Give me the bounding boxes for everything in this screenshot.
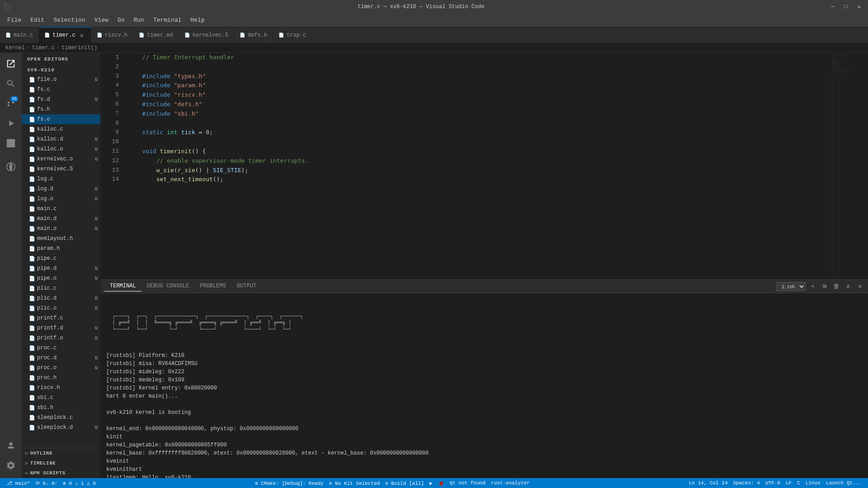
tree-item-kalloc.d[interactable]: 📄kalloc.dU [22,134,100,144]
status-spaces[interactable]: Spaces: 4 [731,478,763,488]
tree-item-log.o[interactable]: 📄log.oU [22,194,100,204]
menu-item-file[interactable]: File [4,15,25,25]
status-launch[interactable]: Launch Qt... [823,478,864,488]
status-no-kit[interactable]: ⊘ No Kit Selected [326,478,382,488]
tab-timer.c[interactable]: 📄timer.c✕ [39,27,91,43]
tree-item-sbi.h[interactable]: 📄sbi.h [22,403,100,413]
tree-item-pipe.c[interactable]: 📄pipe.c [22,253,100,263]
tab-defs.h[interactable]: 📄defs.h [234,27,273,43]
tree-item-plic.d[interactable]: 📄plic.dU [22,293,100,303]
tree-item-kalloc.o[interactable]: 📄kalloc.oU [22,144,100,154]
tree-item-pipe.o[interactable]: 📄pipe.oU [22,273,100,283]
open-editors-header[interactable]: OPEN EDITORS [22,53,100,64]
search-icon[interactable] [2,75,20,93]
tree-item-memlayout.h[interactable]: 📄memlayout.h [22,234,100,244]
menu-item-go[interactable]: Go [114,15,128,25]
terminal-content[interactable]: ┌────┐ ┌──┐ ┌─────────────┐ ┌───────────… [101,293,868,478]
menu-item-terminal[interactable]: Terminal [150,15,185,25]
close-panel-btn[interactable]: ✕ [855,282,864,291]
tree-item-pipe.d[interactable]: 📄pipe.dU [22,263,100,273]
tree-item-sleeplock.c[interactable]: 📄sleeplock.c [22,413,100,422]
tree-item-fs.h[interactable]: 📄fs.h [22,104,100,114]
code-content[interactable]: // Timer Interrupt handler #include "typ… [123,53,832,279]
minimize-icon[interactable]: ─ [827,4,838,10]
status-rust[interactable]: rust-analyzer [488,478,533,488]
status-eol[interactable]: LF [783,478,794,488]
split-terminal-btn[interactable]: ⊞ [820,282,829,291]
breadcrumb-item-2[interactable]: timerinit() [61,45,97,51]
tree-item-printf.c[interactable]: 📄printf.c [22,313,100,323]
menu-item-run[interactable]: Run [130,15,147,25]
tree-item-file.o[interactable]: 📄file.oU [22,75,100,84]
npm-scripts-item[interactable]: ▷NPM SCRIPTS [22,468,100,478]
tree-item-sleeplock.d[interactable]: 📄sleeplock.dU [22,422,100,432]
tree-item-proc.c[interactable]: 📄proc.c [22,343,100,353]
tree-item-printf.o[interactable]: 📄printf.oU [22,333,100,343]
menu-item-edit[interactable]: Edit [27,15,48,25]
status-encoding[interactable]: UTF-8 [763,478,783,488]
tree-item-sbi.c[interactable]: 📄sbi.c [22,393,100,403]
tree-item-proc.h[interactable]: 📄proc.h [22,373,100,383]
tree-item-riscv.h[interactable]: 📄riscv.h [22,383,100,393]
status-build[interactable]: ⚒ Build [all] [382,478,427,488]
status-run-btn[interactable]: ▶ [427,478,435,488]
outline-item[interactable]: ▷OUTLINE [22,448,100,458]
remote-explorer-icon[interactable] [2,158,20,176]
status-linux[interactable]: Linux [803,478,823,488]
tab-main.c[interactable]: 📄main.c [0,27,39,43]
status-sync[interactable]: ⟳ 0↓ 0↑ [33,478,61,488]
status-debug-btn[interactable]: 🐞 [435,478,447,488]
tab-terminal[interactable]: TERMINAL [104,281,142,291]
tree-item-kernelvec.S[interactable]: 📄kernelvec.S [22,164,100,174]
settings-icon[interactable] [2,456,20,474]
tree-item-fs.o[interactable]: 📄fs.o [22,114,100,124]
status-filetype[interactable]: C [794,478,803,488]
xv6k210-header[interactable]: XV6-K210 [22,64,100,75]
menu-item-selection[interactable]: Selection [50,15,89,25]
tree-item-fs.c[interactable]: 📄fs.c [22,84,100,94]
tree-item-proc.o[interactable]: 📄proc.oU [22,363,100,373]
tree-item-printf.d[interactable]: 📄printf.dU [22,323,100,333]
tree-item-main.c[interactable]: 📄main.c [22,204,100,214]
tree-item-kernelvec.o[interactable]: 📄kernelvec.oU [22,154,100,164]
status-cmake[interactable]: ⚙ CMake: [Debug]: Ready [252,478,326,488]
tree-item-proc.d[interactable]: 📄proc.dU [22,353,100,363]
shell-selector[interactable]: 1: zsh [777,282,806,291]
tree-item-plic.o[interactable]: 📄plic.oU [22,303,100,313]
tree-item-kalloc.c[interactable]: 📄kalloc.c [22,124,100,134]
tab-timer.md[interactable]: 📄timer.md [133,27,179,43]
tab-kernelvec.S[interactable]: 📄kernelvec.S [179,27,234,43]
maximize-panel-btn[interactable]: ∧ [844,282,853,291]
accounts-icon[interactable] [2,436,20,455]
source-control-icon[interactable]: 26 [2,94,20,113]
tree-item-main.o[interactable]: 📄main.oU [22,224,100,234]
status-git-branch[interactable]: ⎇ main* [4,478,33,488]
timeline-item[interactable]: ▷TIMELINE [22,458,100,468]
add-terminal-btn[interactable]: + [808,282,817,291]
tree-item-plic.c[interactable]: 📄plic.c [22,283,100,293]
tab-debug-console[interactable]: DEBUG CONSOLE [142,281,195,291]
tab-trap.c[interactable]: 📄trap.c [273,27,312,43]
tree-item-log.c[interactable]: 📄log.c [22,174,100,184]
maximize-icon[interactable]: □ [841,4,851,10]
tab-output[interactable]: OUTPUT [231,281,262,291]
breadcrumb-item-1[interactable]: timer.c [32,45,54,51]
run-debug-icon[interactable] [2,114,20,132]
status-qt[interactable]: Qt not found [447,478,488,488]
status-position[interactable]: Ln 14, Col 24 [686,478,731,488]
breadcrumb-item-0[interactable]: kernel [5,45,25,51]
tab-close-btn[interactable]: ✕ [78,32,85,39]
tree-item-fs.d[interactable]: 📄fs.dU [22,94,100,104]
tree-item-param.h[interactable]: 📄param.h [22,244,100,253]
tab-problems[interactable]: PROBLEMS [194,281,231,291]
extensions-icon[interactable] [2,134,20,152]
tree-item-main.d[interactable]: 📄main.dU [22,214,100,224]
explorer-icon[interactable] [2,55,20,73]
menu-item-help[interactable]: Help [187,15,208,25]
menu-item-view[interactable]: View [91,15,112,25]
tree-item-log.d[interactable]: 📄log.dU [22,184,100,194]
trash-terminal-btn[interactable]: 🗑 [832,282,841,291]
close-icon[interactable]: ✕ [854,4,864,10]
tab-riscv.h[interactable]: 📄riscv.h [91,27,133,43]
status-errors[interactable]: ⊗ 0 ⚠ 1 △ 0 [60,478,99,488]
